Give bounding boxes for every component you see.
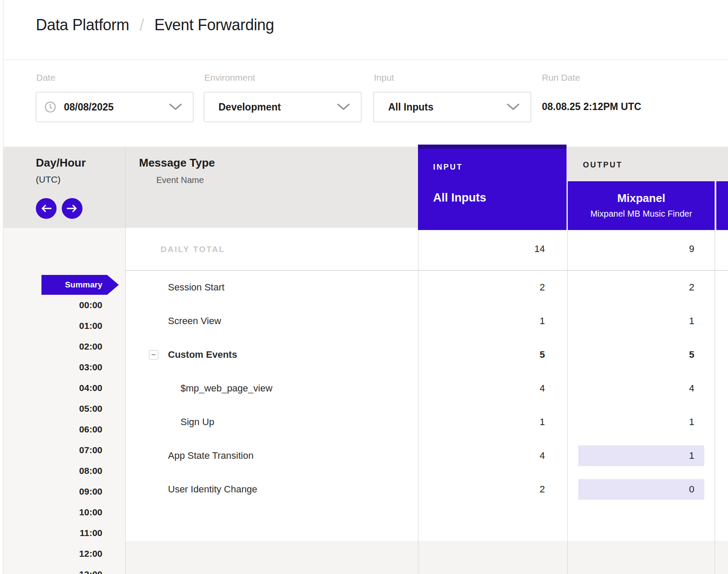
chevron-down-icon — [337, 104, 350, 110]
input-filter-label: Input — [374, 73, 394, 83]
breadcrumb-separator: / — [139, 16, 144, 35]
time-rail: Summary 00:00 01:00 02:00 03:00 04:00 05… — [3, 228, 125, 574]
collapse-custom-events-button[interactable] — [149, 350, 158, 360]
chevron-down-icon — [169, 104, 182, 110]
event-name: User Identity Change — [168, 473, 257, 506]
hour-row-label[interactable]: 09:00 — [3, 481, 102, 502]
page-title: Event Forwarding — [154, 16, 274, 34]
output-count: 2 — [578, 277, 704, 298]
output-section-label: OUTPUT — [583, 161, 623, 170]
day-hour-timezone: (UTC) — [36, 174, 60, 185]
output-count: 1 — [578, 311, 704, 331]
hour-row-label[interactable]: 05:00 — [3, 398, 102, 419]
hour-row-label[interactable]: 06:00 — [3, 419, 102, 440]
output-column-header-mixpanel: Mixpanel Mixpanel MB Music Finder — [568, 181, 715, 230]
input-count: 1 — [418, 412, 545, 432]
date-value: 08/08/2025 — [64, 101, 114, 113]
input-count: 4 — [418, 445, 545, 466]
day-hour-header: Day/Hour — [36, 156, 86, 170]
input-count: 5 — [418, 344, 545, 365]
minus-icon — [152, 354, 155, 355]
hour-row-label[interactable]: 00:00 — [3, 295, 102, 315]
event-name: $mp_web_page_view — [180, 372, 272, 405]
input-count: 2 — [418, 479, 545, 500]
input-count: 1 — [418, 311, 545, 331]
event-rows: Session Start 2 2 Screen View 1 1 Custom… — [126, 271, 728, 506]
event-name-subheader: Event Name — [156, 175, 204, 185]
daily-total-row: DAILY TOTAL 14 9 — [126, 228, 728, 271]
hour-row-label[interactable]: 04:00 — [3, 378, 102, 398]
input-count: 4 — [418, 378, 545, 399]
date-filter-label: Date — [36, 73, 55, 83]
date-dropdown[interactable]: 08/08/2025 — [36, 92, 193, 122]
hour-list: 00:00 01:00 02:00 03:00 04:00 05:00 06:0… — [3, 295, 102, 574]
next-output-column-header-partial — [716, 181, 728, 230]
day-hour-column-separator — [125, 147, 126, 574]
input-value: All Inputs — [388, 101, 434, 113]
clock-icon — [44, 101, 56, 113]
hour-row-label[interactable]: 07:00 — [3, 440, 102, 460]
environment-dropdown[interactable]: Development — [204, 92, 361, 122]
input-column-label: INPUT — [433, 163, 463, 172]
environment-value: Development — [218, 101, 281, 113]
output-count: 5 — [578, 344, 704, 365]
output-count: 1 — [578, 412, 704, 432]
event-name: Sign Up — [180, 405, 214, 439]
table-row-user-identity-change: User Identity Change 2 0 — [126, 473, 728, 506]
output-count-highlighted: 0 — [578, 479, 704, 500]
input-column-header: INPUT All Inputs — [418, 145, 567, 230]
bottom-gray-band — [126, 541, 728, 574]
previous-day-button[interactable] — [36, 198, 57, 219]
next-day-button[interactable] — [62, 198, 82, 219]
chevron-down-icon — [507, 104, 519, 110]
table-row-mp-web-page-view: $mp_web_page_view 4 4 — [126, 372, 728, 405]
event-name: App State Transition — [168, 439, 253, 473]
table-row-custom-events: Custom Events 5 5 — [126, 338, 728, 372]
summary-badge[interactable]: Summary — [41, 275, 119, 295]
output-column-subtitle: Mixpanel MB Music Finder — [568, 209, 715, 219]
daily-total-label: DAILY TOTAL — [161, 228, 225, 271]
hour-row-label[interactable]: 08:00 — [3, 460, 102, 481]
table-row-app-state-transition: App State Transition 4 1 — [126, 439, 728, 473]
event-name: Screen View — [168, 304, 221, 338]
daily-total-input-value: 14 — [418, 239, 545, 259]
table-row-screen-view: Screen View 1 1 — [126, 304, 728, 338]
breadcrumb: Data Platform / Event Forwarding — [36, 16, 274, 34]
input-column-top-strip — [418, 145, 567, 149]
event-name: Session Start — [168, 271, 225, 304]
hour-row-label[interactable]: 01:00 — [3, 315, 102, 336]
output-count: 4 — [578, 378, 704, 399]
hour-row-label[interactable]: 10:00 — [3, 502, 102, 523]
input-dropdown[interactable]: All Inputs — [373, 92, 531, 122]
hour-row-label[interactable]: 03:00 — [3, 357, 102, 378]
daily-total-output-value: 9 — [578, 239, 704, 259]
input-count: 2 — [418, 277, 545, 298]
table-row-session-start: Session Start 2 2 — [126, 271, 728, 304]
hour-row-label[interactable]: 11:00 — [3, 523, 102, 543]
breadcrumb-section[interactable]: Data Platform — [36, 16, 129, 34]
run-date-label: Run Date — [542, 73, 580, 83]
output-count-highlighted: 1 — [578, 445, 704, 466]
run-date-value: 08.08.25 2:12PM UTC — [542, 101, 641, 113]
arrow-left-icon — [41, 204, 52, 213]
arrow-right-icon — [66, 204, 78, 213]
hour-row-label[interactable]: 02:00 — [3, 336, 102, 357]
environment-filter-label: Environment — [204, 73, 255, 83]
table-body: DAILY TOTAL 14 9 Session Start 2 2 Scree… — [126, 228, 728, 574]
table-row-sign-up: Sign Up 1 1 — [126, 405, 728, 439]
hour-row-label[interactable]: 12:00 — [3, 543, 102, 564]
hour-row-label[interactable]: 13:00 — [3, 564, 102, 574]
message-type-header: Message Type — [139, 156, 215, 170]
input-column-name: All Inputs — [433, 191, 486, 205]
header-divider — [3, 60, 728, 60]
output-column-title: Mixpanel — [568, 192, 715, 205]
event-group-name: Custom Events — [168, 338, 237, 372]
